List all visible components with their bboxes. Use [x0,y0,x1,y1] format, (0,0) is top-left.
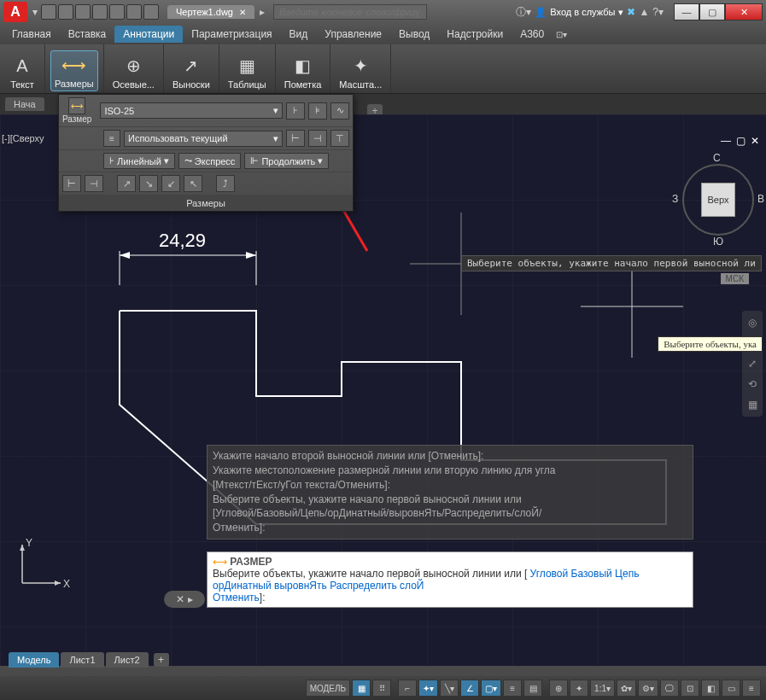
tab-home[interactable]: Главная [3,26,60,43]
dimstyle-select[interactable]: ISO-25▾ [100,102,283,119]
tab-insert[interactable]: Вставка [60,26,115,43]
document-title-tab[interactable]: Чертеж1.dwg ✕ [167,5,254,19]
dim-tool-b-icon[interactable]: ⊣ [308,130,327,147]
command-option[interactable]: Цепь [615,568,639,580]
dimstyle-tool1-icon[interactable]: ⊦ [286,102,305,120]
layer-select[interactable]: Использовать текущий▾ [124,131,283,147]
dimstyle-tool2-icon[interactable]: ⊧ [308,102,327,120]
viewcube[interactable]: Верх С Ю В З [675,157,761,242]
status-isolate-icon[interactable]: ◧ [701,680,720,697]
command-option[interactable]: Угловой [530,568,569,580]
command-option[interactable]: Распределить [330,580,397,592]
command-option[interactable]: слоЙ [400,580,424,592]
status-hardware-icon[interactable]: ⊡ [681,680,699,697]
ribbon-toggle-icon[interactable]: ⊡▾ [556,30,567,39]
express-dim-button[interactable]: ⤳Экспресс [178,153,242,169]
linear-dim-button[interactable]: ⊦Линейный ▾ [103,153,175,169]
status-ortho-icon[interactable]: ⌐ [398,680,417,697]
status-clean-icon[interactable]: ▭ [722,680,740,697]
status-model-button[interactable]: МОДЕЛЬ [306,680,350,697]
viewcube-top[interactable]: Верх [701,183,735,217]
status-monitor-icon[interactable]: 🖵 [660,680,679,697]
status-iso-icon[interactable]: ╲▾ [440,680,459,697]
showmotion-icon[interactable]: ▦ [744,396,761,413]
close-icon[interactable]: ✕ [239,8,246,17]
layer-icon[interactable]: ≡ [103,130,120,147]
tab-view[interactable]: Вид [281,26,317,43]
viewcube-north[interactable]: С [713,152,721,164]
close-icon[interactable]: ✕ [176,593,184,605]
tab-parametric[interactable]: Параметризация [183,26,280,43]
layout-tab-model[interactable]: Модель [9,652,59,668]
status-ws-icon[interactable]: ⚙▾ [638,680,658,697]
app-logo[interactable]: A [3,2,27,22]
signin-button[interactable]: 👤 Вход в службы▾ [535,7,623,18]
dim-small-3-icon[interactable]: ↗ [117,175,136,192]
tab-output[interactable]: Вывод [390,26,438,43]
status-osnap-icon[interactable]: ▢▾ [481,680,501,697]
status-annoscale-icon[interactable]: ✿▾ [617,680,636,697]
qat-print-icon[interactable] [109,4,125,20]
dim-small-1-icon[interactable]: ⊢ [62,175,81,192]
infocenter-icon[interactable]: ⓘ▾ [516,5,531,20]
ribbon-dimensions-button[interactable]: ⟷Размеры [50,50,98,91]
status-lineweight-icon[interactable]: ≡ [503,680,522,697]
zoom-icon[interactable]: ⤢ [744,355,761,372]
command-option[interactable]: Базовый [571,568,612,580]
tab-annotations[interactable]: Аннотации [114,26,183,43]
orbit-icon[interactable]: ⟲ [744,376,761,393]
a360-icon[interactable]: ▲ [639,6,649,18]
qat-save-icon[interactable] [75,4,91,20]
tab-a360[interactable]: A360 [512,26,553,43]
search-input[interactable] [273,4,427,20]
ribbon-text-button[interactable]: AТекст [5,52,39,91]
layout-add-button[interactable]: + [154,653,169,667]
help-icon[interactable]: ?▾ [652,6,664,18]
dim-small-6-icon[interactable]: ↖ [184,175,202,192]
qat-new-icon[interactable] [41,4,56,20]
status-grid-icon[interactable]: ▦ [352,680,371,697]
status-gizmo-icon[interactable]: ✦ [570,680,588,697]
qat-redo-icon[interactable] [143,4,159,20]
status-customize-icon[interactable]: ≡ [742,680,761,697]
status-transparency-icon[interactable]: ▤ [523,680,542,697]
qat-undo-icon[interactable] [126,4,142,20]
ribbon-tables-button[interactable]: ▦Таблицы [225,52,270,91]
command-input[interactable]: ⟷ РАЗМЕР Выберите объекты, укажите начал… [207,551,693,608]
command-option[interactable]: выровнЯть [274,580,327,592]
dim-small-7-icon[interactable]: ⤴ [216,175,235,192]
dim-tool-c-icon[interactable]: ⊤ [330,130,349,147]
maximize-button[interactable]: ▢ [699,3,725,20]
tab-addins[interactable]: Надстройки [438,26,512,43]
dim-small-4-icon[interactable]: ↘ [139,175,158,192]
ucs-label[interactable]: МСК [721,273,749,284]
command-line-grip[interactable]: ✕ ▸ [164,591,205,608]
status-otrack-icon[interactable]: ∠ [460,680,479,697]
dimstyle-tool3-icon[interactable]: ∿ [330,102,349,120]
status-snap-icon[interactable]: ⠿ [372,680,391,697]
dim-tool-a-icon[interactable]: ⊢ [286,130,305,147]
status-selection-icon[interactable]: ⊕ [549,680,568,697]
qat-open-icon[interactable] [58,4,73,20]
ribbon-markup-button[interactable]: ◧Пометка [281,52,325,91]
ucs-icon[interactable]: X Y [14,536,73,596]
ribbon-leaders-button[interactable]: ↗Выноски [169,52,213,91]
viewcube-south[interactable]: Ю [713,236,723,248]
status-scale-button[interactable]: 1:1▾ [590,680,615,697]
continue-dim-button[interactable]: ⊩Продолжить ▾ [244,153,329,169]
command-option[interactable]: орДинатный [213,580,272,592]
layout-tab-sheet1[interactable]: Лист1 [61,652,103,668]
dim-small-5-icon[interactable]: ↙ [161,175,180,192]
doc-tab-start[interactable]: Нача [5,97,44,111]
layout-tab-sheet2[interactable]: Лист2 [106,652,149,668]
chevron-right-icon[interactable]: ▸ [188,593,193,605]
command-option[interactable]: Отменить [213,592,260,604]
ribbon-centerlines-button[interactable]: ⊕Осевые... [109,52,158,91]
ribbon-scale-button[interactable]: ✦Масшта... [336,52,385,91]
exchange-icon[interactable]: ✖ [627,6,635,18]
close-button[interactable]: ✕ [725,3,763,20]
viewcube-west[interactable]: З [672,193,678,205]
qat-saveas-icon[interactable] [92,4,108,20]
status-polar-icon[interactable]: ✦▾ [418,680,438,697]
viewcube-east[interactable]: В [757,193,764,205]
